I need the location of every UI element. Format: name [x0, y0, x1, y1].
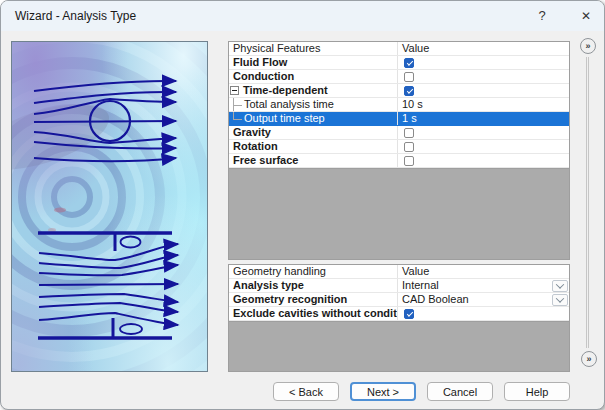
help-button[interactable]: Help — [504, 382, 570, 401]
conduction-checkbox[interactable] — [404, 72, 414, 82]
row-label: Fluid Flow — [233, 56, 287, 69]
feature-row-conduction[interactable]: Conduction — [229, 70, 569, 84]
row-label: Analysis type — [233, 279, 304, 292]
row-label: Conduction — [233, 70, 294, 83]
row-label: Output time step — [244, 112, 325, 125]
tree-branch-icon — [229, 98, 244, 111]
geometry-recognition-value[interactable]: CAD Boolean — [402, 293, 469, 306]
table-empty-area — [229, 168, 569, 259]
table-empty-area — [229, 321, 569, 371]
feature-row-fluid-flow[interactable]: Fluid Flow — [229, 56, 569, 70]
geometry-handling-table: Geometry handling Value Analysis type In… — [228, 264, 570, 372]
column-header-name: Physical Features — [229, 42, 398, 55]
cancel-button[interactable]: Cancel — [427, 382, 493, 401]
feature-row-gravity[interactable]: Gravity — [229, 126, 569, 140]
double-chevron-expand-top-button[interactable]: » — [580, 38, 596, 54]
gravity-checkbox[interactable] — [404, 128, 414, 138]
row-label: Total analysis time — [244, 98, 334, 111]
feature-row-total-analysis-time[interactable]: Total analysis time 10 s — [229, 98, 569, 112]
chevron-down-icon[interactable] — [552, 280, 568, 292]
feature-row-output-time-step[interactable]: Output time step 1 s — [229, 112, 569, 126]
panel-splitter[interactable] — [586, 57, 589, 348]
time-dependent-checkbox[interactable] — [404, 86, 414, 96]
feature-row-free-surface[interactable]: Free surface — [229, 154, 569, 168]
row-value[interactable]: 1 s — [398, 112, 569, 125]
row-value[interactable]: 10 s — [398, 98, 569, 111]
row-label: Free surface — [233, 154, 298, 167]
feature-row-rotation[interactable]: Rotation — [229, 140, 569, 154]
row-label: Geometry recognition — [233, 293, 347, 306]
column-header-name: Geometry handling — [229, 265, 398, 278]
help-icon[interactable]: ? — [529, 1, 555, 31]
table-header: Geometry handling Value — [229, 265, 569, 279]
analysis-type-value[interactable]: Internal — [402, 279, 439, 292]
exclude-cavities-checkbox[interactable] — [404, 309, 414, 319]
row-label: Gravity — [233, 126, 271, 139]
flow-illustration — [11, 41, 208, 372]
geometry-row-analysis-type[interactable]: Analysis type Internal — [229, 279, 569, 293]
free-surface-checkbox[interactable] — [404, 156, 414, 166]
column-header-value: Value — [398, 265, 569, 278]
row-label: Exclude cavities without conditions — [233, 307, 398, 320]
fluid-flow-checkbox[interactable] — [404, 58, 414, 68]
table-header: Physical Features Value — [229, 42, 569, 56]
titlebar: Wizard - Analysis Type ? ✕ — [1, 1, 604, 31]
tree-branch-icon — [229, 112, 244, 125]
close-icon[interactable]: ✕ — [573, 1, 599, 31]
back-button[interactable]: < Back — [273, 382, 339, 401]
row-label: Time-dependent — [243, 84, 328, 97]
wizard-dialog: Wizard - Analysis Type ? ✕ — [0, 0, 605, 410]
next-button[interactable]: Next > — [350, 382, 416, 401]
double-chevron-expand-bottom-button[interactable]: » — [581, 351, 597, 367]
geometry-row-geometry-recognition[interactable]: Geometry recognition CAD Boolean — [229, 293, 569, 307]
column-header-value: Value — [398, 42, 569, 55]
feature-row-time-dependent[interactable]: Time-dependent — [229, 84, 569, 98]
geometry-row-exclude-cavities[interactable]: Exclude cavities without conditions — [229, 307, 569, 321]
tree-collapse-icon[interactable] — [230, 86, 239, 95]
chevron-down-icon[interactable] — [552, 294, 568, 306]
row-label: Rotation — [233, 140, 278, 153]
window-title: Wizard - Analysis Type — [15, 1, 136, 31]
rotation-checkbox[interactable] — [404, 142, 414, 152]
physical-features-table: Physical Features Value Fluid Flow Condu… — [228, 41, 570, 260]
